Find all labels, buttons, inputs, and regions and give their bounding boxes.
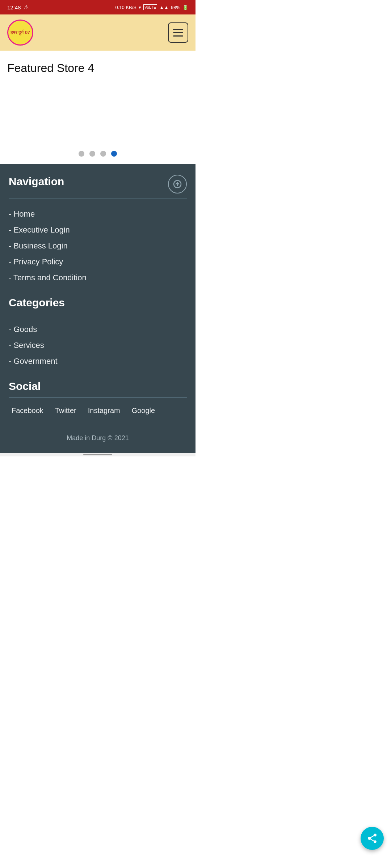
- battery-level: 98%: [171, 5, 180, 10]
- carousel-area[interactable]: [7, 82, 188, 147]
- home-indicator: [83, 454, 112, 455]
- carousel-dot-2[interactable]: [89, 151, 95, 157]
- main-content: Featured Store 4: [0, 51, 196, 164]
- bottom-bar: [0, 453, 196, 456]
- nav-item-executive-login[interactable]: - Executive Login: [9, 222, 187, 238]
- category-goods[interactable]: - Goods: [9, 322, 187, 337]
- category-services[interactable]: - Services: [9, 337, 187, 353]
- nav-item-terms[interactable]: - Terms and Condition: [9, 270, 187, 286]
- arrow-up-icon: [173, 180, 182, 188]
- network-speed: 0.10 KB/S: [115, 5, 136, 10]
- battery-icon: 🔋: [182, 5, 188, 10]
- social-heading: Social: [9, 380, 187, 392]
- status-bar: 12:48 ⚠ 0.10 KB/S ▾ VoLTE ▲▲ 98% 🔋: [0, 0, 196, 14]
- lte-icon: VoLTE: [143, 4, 157, 10]
- app-header: हमर दुर्ग 07: [0, 14, 196, 51]
- status-time: 12:48: [7, 4, 21, 10]
- categories-block: Categories - Goods - Services - Governme…: [9, 297, 187, 369]
- scroll-top-button[interactable]: [168, 175, 187, 193]
- carousel-dot-1[interactable]: [79, 151, 84, 157]
- footer-copyright: Made in Durg © 2021: [9, 427, 187, 446]
- signal-icon: ▲▲: [159, 5, 169, 10]
- carousel-dots: [7, 151, 188, 157]
- menu-line-2: [173, 32, 183, 33]
- logo-text: हमर दुर्ग 07: [10, 30, 30, 35]
- category-government[interactable]: - Government: [9, 353, 187, 369]
- social-facebook[interactable]: Facebook: [9, 405, 46, 416]
- warning-icon: ⚠: [24, 4, 29, 10]
- categories-divider: [9, 314, 187, 314]
- social-divider: [9, 397, 187, 398]
- carousel-dot-4[interactable]: [111, 151, 117, 157]
- carousel-dot-3[interactable]: [100, 151, 106, 157]
- status-left: 12:48 ⚠: [7, 4, 29, 10]
- navigation-heading-row: Navigation: [9, 175, 187, 193]
- nav-item-business-login[interactable]: - Business Login: [9, 238, 187, 254]
- social-block: Social Facebook Twitter Instagram Google: [9, 380, 187, 416]
- social-links-row: Facebook Twitter Instagram Google: [9, 405, 187, 416]
- featured-store-title: Featured Store 4: [7, 61, 188, 75]
- menu-line-3: [173, 35, 183, 37]
- navigation-block: Navigation - Home - Executive Login - Bu…: [9, 175, 187, 286]
- wifi-icon: ▾: [139, 5, 141, 10]
- nav-item-home[interactable]: - Home: [9, 206, 187, 222]
- menu-button[interactable]: [168, 22, 188, 43]
- menu-line-1: [173, 29, 183, 30]
- footer-section: Navigation - Home - Executive Login - Bu…: [0, 164, 196, 453]
- status-right: 0.10 KB/S ▾ VoLTE ▲▲ 98% 🔋: [115, 4, 188, 10]
- categories-heading: Categories: [9, 297, 187, 309]
- nav-item-privacy-policy[interactable]: - Privacy Policy: [9, 254, 187, 270]
- navigation-divider: [9, 199, 187, 199]
- app-logo[interactable]: हमर दुर्ग 07: [7, 20, 33, 46]
- social-google[interactable]: Google: [129, 405, 158, 416]
- navigation-heading: Navigation: [9, 175, 64, 188]
- social-instagram[interactable]: Instagram: [85, 405, 123, 416]
- social-twitter[interactable]: Twitter: [52, 405, 79, 416]
